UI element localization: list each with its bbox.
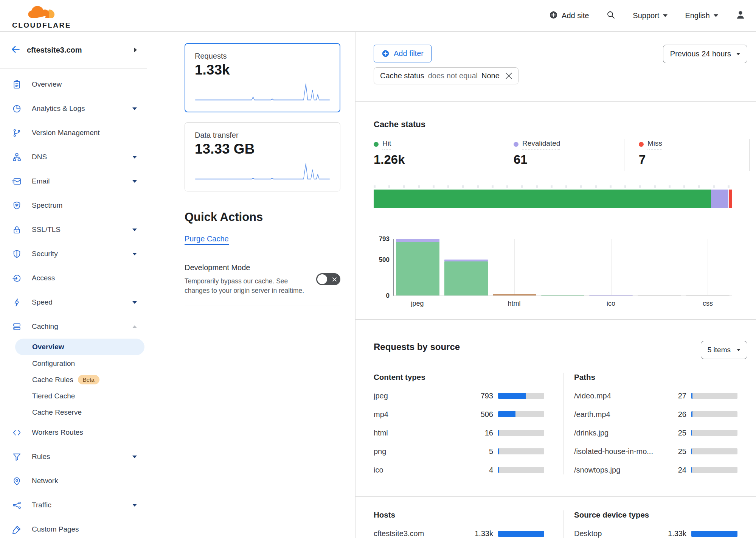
bar-ico xyxy=(589,295,633,296)
sidebar-item-ssl-tls[interactable]: SSL/TLS xyxy=(0,218,147,242)
top-header: CLOUDFLARE Add site Support English xyxy=(0,0,756,32)
shield-icon xyxy=(12,249,22,259)
hosts-column: Hosts cftestsite3.com 1.33k xyxy=(374,510,564,538)
user-icon xyxy=(736,10,745,22)
filter-operator: does not equal xyxy=(428,72,478,80)
sidebar-item-rules[interactable]: Rules xyxy=(0,445,147,469)
cloudflare-logo[interactable]: CLOUDFLARE xyxy=(12,3,71,30)
paths-column: Paths /video.mp4 27 /earth.mp4 26 / xyxy=(564,373,737,474)
revalidated-segment xyxy=(711,190,728,208)
stat-divider xyxy=(749,139,750,171)
back-arrow-icon[interactable] xyxy=(11,44,21,56)
purge-cache-link[interactable]: Purge Cache xyxy=(185,235,229,245)
development-mode-title: Development Mode xyxy=(185,263,309,272)
list-item: /isolated-house-in-mo... 25 xyxy=(574,447,737,456)
subnav-item-cache-rules[interactable]: Cache Rules Beta xyxy=(0,372,147,388)
access-icon xyxy=(12,274,22,283)
x-tick-label xyxy=(444,300,487,308)
stat-miss: Miss 7 xyxy=(624,139,749,171)
subnav-item-overview[interactable]: Overview xyxy=(15,339,144,355)
sidebar-item-speed[interactable]: Speed xyxy=(0,290,147,314)
add-site-button[interactable]: Add site xyxy=(549,11,589,21)
sidebar-item-overview[interactable]: Overview xyxy=(0,72,147,96)
account-menu[interactable] xyxy=(736,10,745,22)
x-tick-label xyxy=(541,300,584,308)
proportion-bar xyxy=(691,430,737,436)
list-item: png 5 xyxy=(374,447,564,456)
chevron-down-icon xyxy=(132,107,137,110)
chevron-right-icon[interactable] xyxy=(134,47,137,53)
cloudflare-wordmark: CLOUDFLARE xyxy=(12,21,71,30)
hit-value: 1.26k xyxy=(374,152,499,167)
x-tick-label xyxy=(638,300,681,308)
chevron-down-icon xyxy=(132,180,137,183)
stat-hit: Hit 1.26k xyxy=(374,139,499,171)
site-switcher: cftestsite3.com xyxy=(0,32,147,68)
sidebar-nav: Overview Analytics & Logs Version Manage… xyxy=(0,68,147,538)
sidebar-item-version-management[interactable]: Version Management xyxy=(0,121,147,145)
content-type-bar-chart: 793 500 0 xyxy=(374,239,732,296)
subnav-item-configuration[interactable]: Configuration xyxy=(0,355,147,372)
miss-value: 7 xyxy=(639,152,749,167)
map-pin-icon xyxy=(12,476,22,486)
proportion-bar xyxy=(691,393,737,399)
sidebar-item-email[interactable]: Email xyxy=(0,169,147,193)
lightning-icon xyxy=(12,298,22,307)
site-name: cftestsite3.com xyxy=(27,46,128,54)
email-icon xyxy=(12,177,22,186)
list-item: jpeg 793 xyxy=(374,392,564,400)
sidebar-item-caching[interactable]: Caching xyxy=(0,314,147,339)
sidebar-item-network[interactable]: Network xyxy=(0,469,147,493)
proportion-bar xyxy=(691,411,737,417)
y-axis-labels: 793 500 0 xyxy=(374,239,393,296)
bar-unlabeled xyxy=(541,295,585,296)
list-item: Desktop 1.33k xyxy=(574,529,737,538)
development-mode-description: Temporarily bypass our cache. See change… xyxy=(185,277,309,296)
items-count-dropdown[interactable]: 5 items xyxy=(701,341,747,359)
proportion-bar xyxy=(498,467,544,473)
toggle-knob xyxy=(317,274,327,284)
hit-dot-icon xyxy=(374,142,379,147)
search-button[interactable] xyxy=(606,10,615,21)
shield-asterisk-icon xyxy=(12,201,22,210)
miss-dot-icon xyxy=(639,142,644,147)
revalidated-dot-icon xyxy=(514,142,518,147)
beta-badge: Beta xyxy=(78,375,99,384)
time-axis-ticks xyxy=(374,185,732,188)
language-menu[interactable]: English xyxy=(685,11,718,20)
cloudflare-cloud-icon xyxy=(27,3,56,22)
development-mode-row: Development Mode Temporarily bypass our … xyxy=(185,263,340,296)
x-tick-label: ico xyxy=(589,300,633,308)
sidebar-item-access[interactable]: Access xyxy=(0,266,147,290)
proportion-bar xyxy=(691,448,737,454)
time-range-dropdown[interactable]: Previous 24 hours xyxy=(663,45,747,63)
toggle-off-x-icon xyxy=(332,277,337,281)
requests-metric-card[interactable]: Requests 1.33k xyxy=(185,43,340,112)
cache-status-section: Cache status Hit 1.26k Revalidated xyxy=(355,102,756,320)
bar-html xyxy=(493,294,536,295)
proportion-bar xyxy=(498,430,544,436)
subnav-item-cache-reserve[interactable]: Cache Reserve xyxy=(0,404,147,420)
proportion-bar xyxy=(691,467,737,473)
sidebar-item-workers-routes[interactable]: Workers Routes xyxy=(0,420,147,445)
add-filter-button[interactable]: Add filter xyxy=(374,45,432,62)
sidebar-item-analytics-logs[interactable]: Analytics & Logs xyxy=(0,96,147,121)
sidebar-item-spectrum[interactable]: Spectrum xyxy=(0,193,147,218)
data-transfer-metric-card[interactable]: Data transfer 13.33 GB xyxy=(185,122,340,191)
bar-jpeg xyxy=(396,239,439,295)
subnav-item-tiered-cache[interactable]: Tiered Cache xyxy=(0,388,147,404)
close-icon[interactable] xyxy=(506,73,512,79)
sidebar-item-custom-pages[interactable]: Custom Pages xyxy=(0,517,147,538)
chevron-down-icon xyxy=(132,253,137,255)
sidebar-item-dns[interactable]: DNS xyxy=(0,145,147,169)
traffic-flow-icon xyxy=(12,501,22,510)
development-mode-toggle[interactable] xyxy=(316,273,340,285)
sidebar-item-security[interactable]: Security xyxy=(0,242,147,266)
hosts-devices-section: Hosts cftestsite3.com 1.33k Source devic… xyxy=(355,497,756,538)
sidebar-item-traffic[interactable]: Traffic xyxy=(0,493,147,517)
hierarchy-icon xyxy=(12,152,22,162)
support-menu[interactable]: Support xyxy=(633,11,668,20)
proportion-bar xyxy=(498,393,544,399)
quick-actions-title: Quick Actions xyxy=(185,210,340,224)
revalidated-value: 61 xyxy=(514,152,624,167)
